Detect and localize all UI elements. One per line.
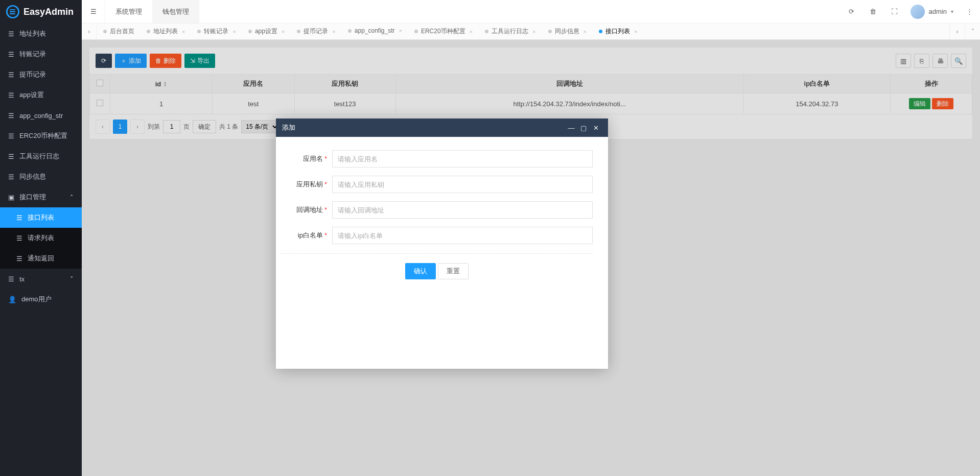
- add-button[interactable]: ＋添加: [115, 54, 147, 68]
- tab-erc20[interactable]: ERC20币种配置×: [408, 27, 479, 36]
- dot-icon: [485, 30, 488, 33]
- modal-ok-button[interactable]: 确认: [405, 263, 436, 279]
- sidebar-item-address[interactable]: ☰地址列表: [0, 23, 82, 44]
- table-refresh-button[interactable]: ⟳: [96, 54, 112, 68]
- input-app[interactable]: [332, 150, 593, 168]
- sort-icon[interactable]: ▲▼: [163, 81, 167, 87]
- pager-goto-input[interactable]: [163, 120, 180, 133]
- pager-next[interactable]: ›: [130, 120, 145, 134]
- close-icon[interactable]: ×: [399, 28, 402, 34]
- input-secret[interactable]: [332, 176, 593, 193]
- user-menu[interactable]: admin ▾: [905, 0, 959, 23]
- export-button[interactable]: ⇲导出: [184, 54, 215, 68]
- sidebar-item-withdraw[interactable]: ☰提币记录: [0, 64, 82, 85]
- top-tab-system[interactable]: 系统管理: [105, 0, 152, 23]
- close-icon[interactable]: ×: [182, 29, 185, 35]
- list-icon: ☰: [8, 173, 14, 181]
- tab-address[interactable]: 地址列表×: [141, 27, 191, 36]
- tab-appset[interactable]: app设置×: [242, 27, 291, 36]
- input-ip[interactable]: [332, 227, 593, 244]
- sidebar-item-appconfigstr[interactable]: ☰app_config_str: [0, 105, 82, 126]
- dot-icon: [348, 29, 352, 33]
- sidebar-group-demo[interactable]: 👤demo用户: [0, 289, 82, 310]
- sidebar-item-label: 接口管理: [19, 193, 46, 202]
- close-icon[interactable]: ×: [282, 29, 285, 35]
- sidebar-group-api[interactable]: ▣接口管理˄: [0, 187, 82, 207]
- refresh-icon[interactable]: ⟳: [841, 0, 862, 23]
- close-icon[interactable]: ×: [470, 29, 473, 35]
- pager-prev[interactable]: ‹: [96, 120, 110, 134]
- toggle-sidebar-button[interactable]: ☰: [82, 0, 105, 23]
- modal-header[interactable]: 添加 — ▢ ✕: [276, 118, 608, 137]
- tabs-scroll-right[interactable]: ›: [949, 23, 965, 39]
- row-edit-button[interactable]: 编辑: [909, 98, 930, 109]
- form-row-secret: 应用私钥*: [281, 176, 593, 193]
- sidebar-sub-api-notify[interactable]: ☰通知返回: [0, 248, 82, 269]
- checkbox-all[interactable]: [97, 80, 103, 86]
- row-delete-button[interactable]: 删除: [932, 98, 953, 109]
- fullscreen-icon[interactable]: ⛶: [884, 0, 905, 23]
- export2-button[interactable]: ⎘: [914, 54, 929, 68]
- dot-icon: [297, 30, 300, 33]
- maximize-icon[interactable]: ▢: [577, 124, 590, 132]
- sidebar-item-erc20[interactable]: ☰ERC20币种配置: [0, 126, 82, 146]
- tabs-scroll-left[interactable]: ‹: [82, 23, 97, 39]
- tab-toollog[interactable]: 工具运行日志×: [479, 27, 542, 36]
- sidebar-item-label: 同步信息: [19, 172, 46, 181]
- sidebar-item-label: ERC20币种配置: [19, 131, 67, 140]
- sidebar-item-label: app_config_str: [19, 112, 63, 120]
- pager-pagesize-select[interactable]: 15 条/页: [241, 120, 279, 133]
- tab-label: 转账记录: [204, 27, 228, 36]
- tab-api-list[interactable]: 接口列表×: [593, 27, 643, 36]
- close-icon[interactable]: ×: [332, 29, 335, 35]
- sidebar-item-toollog[interactable]: ☰工具运行日志: [0, 146, 82, 166]
- list-icon: ☰: [8, 91, 14, 99]
- tab-withdraw[interactable]: 提币记录×: [291, 27, 341, 36]
- sidebar-item-transfer[interactable]: ☰转账记录: [0, 44, 82, 64]
- sidebar-item-label: app设置: [19, 90, 44, 100]
- pager-confirm-button[interactable]: 确定: [193, 120, 216, 133]
- print-button[interactable]: 🖶: [932, 54, 948, 68]
- sidebar-group-tx[interactable]: ☰tx˅: [0, 269, 82, 289]
- tab-appconfigstr[interactable]: app_config_str×: [342, 27, 408, 34]
- tab-home[interactable]: 后台首页: [97, 27, 141, 36]
- top-tab-wallet[interactable]: 钱包管理: [152, 0, 199, 23]
- delete-button[interactable]: 🗑删除: [150, 54, 181, 68]
- pager-page-current[interactable]: 1: [113, 120, 127, 134]
- btn-label: 删除: [164, 57, 176, 65]
- sidebar-item-sync[interactable]: ☰同步信息: [0, 166, 82, 187]
- sidebar-sub-api-request[interactable]: ☰请求列表: [0, 228, 82, 248]
- close-icon[interactable]: ×: [232, 29, 236, 35]
- tab-label: app设置: [255, 27, 277, 36]
- table-row: 1 test test123 http://154.204.32.73/inde…: [90, 93, 972, 114]
- col-id[interactable]: id: [155, 80, 161, 88]
- input-callback[interactable]: [332, 201, 593, 219]
- tab-sync[interactable]: 同步信息×: [542, 27, 593, 36]
- more-icon[interactable]: ⋮: [959, 0, 980, 23]
- list-icon: ☰: [16, 255, 22, 263]
- dot-icon: [548, 30, 552, 33]
- columns-button[interactable]: ▥: [896, 54, 911, 68]
- modal-reset-button[interactable]: 重置: [438, 263, 469, 279]
- list-icon: ☰: [8, 132, 14, 140]
- add-modal: 添加 — ▢ ✕ 应用名* 应用私钥* 回调地址* ip白名单* 确认 重置: [276, 118, 608, 369]
- close-icon[interactable]: ×: [584, 29, 587, 35]
- sidebar-sub-api-list[interactable]: ☰接口列表: [0, 207, 82, 228]
- tab-label: ERC20币种配置: [421, 27, 465, 36]
- modal-title: 添加: [282, 123, 565, 132]
- col-callback: 回调地址: [395, 75, 743, 93]
- plus-icon: ＋: [121, 57, 127, 65]
- modal-body: 应用名* 应用私钥* 回调地址* ip白名单* 确认 重置: [276, 137, 608, 369]
- tab-transfer[interactable]: 转账记录×: [191, 27, 242, 36]
- trash-icon[interactable]: 🗑: [862, 0, 884, 23]
- sidebar-item-appset[interactable]: ☰app设置: [0, 85, 82, 105]
- close-icon[interactable]: ×: [634, 29, 637, 35]
- sidebar-item-label: 提币记录: [19, 70, 46, 79]
- search-button[interactable]: 🔍: [951, 54, 966, 68]
- checkbox-row[interactable]: [97, 100, 103, 106]
- list-icon: ☰: [8, 153, 14, 160]
- tabs-menu[interactable]: ˅: [965, 23, 980, 39]
- minimize-icon[interactable]: —: [565, 124, 577, 132]
- close-icon[interactable]: ×: [532, 29, 535, 35]
- close-icon[interactable]: ✕: [590, 124, 602, 132]
